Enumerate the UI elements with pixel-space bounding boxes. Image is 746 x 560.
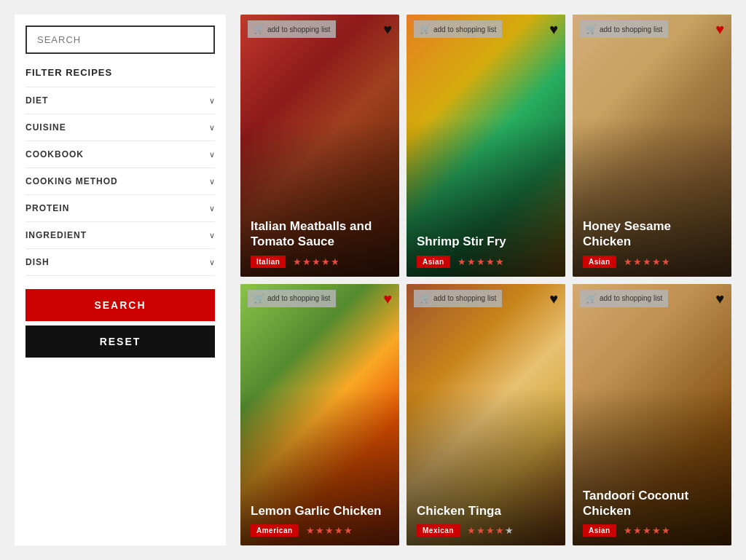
card-footer-1: Italian ★★★★★ [251, 256, 389, 268]
chevron-icon-dish: ∨ [209, 258, 215, 267]
cuisine-badge-5: Mexican [417, 524, 460, 537]
filter-item-cuisine[interactable]: CUISINE ∨ [25, 114, 215, 141]
filter-item-ingredient[interactable]: INGREDIENT ∨ [25, 221, 215, 248]
add-label-5: add to shopping list [433, 294, 496, 302]
cart-icon-3: 🛒 [586, 24, 597, 34]
chevron-icon-diet: ∨ [209, 96, 215, 106]
recipe-card-1[interactable]: 🛒 add to shopping list ♥ Italian Meatbal… [240, 15, 399, 277]
star-rating-1: ★★★★★ [293, 256, 340, 267]
cuisine-badge-1: Italian [251, 256, 286, 268]
filter-list: DIET ∨ CUISINE ∨ COOKBOOK ∨ COOKING METH… [25, 87, 215, 276]
filter-item-cooking_method[interactable]: COOKING METHOD ∨ [25, 167, 215, 194]
add-label-3: add to shopping list [600, 25, 662, 33]
filter-label-cookbook: COOKBOOK [25, 149, 84, 159]
filter-label-cuisine: CUISINE [25, 122, 66, 133]
add-to-list-button-6[interactable]: 🛒 add to shopping list [580, 290, 668, 307]
chevron-icon-protein: ∨ [209, 204, 215, 213]
add-to-list-button-4[interactable]: 🛒 add to shopping list [248, 290, 336, 307]
add-label-2: add to shopping list [433, 25, 496, 33]
add-to-list-button-3[interactable]: 🛒 add to shopping list [580, 20, 668, 38]
favorite-button-4[interactable]: ♥ [383, 291, 392, 306]
card-footer-3: Asian ★★★★★ [583, 256, 721, 268]
star-rating-6: ★★★★★ [624, 525, 671, 536]
filter-item-diet[interactable]: DIET ∨ [25, 87, 215, 114]
card-content-4: Lemon Garlic Chicken American ★★★★★ [240, 494, 399, 545]
card-content-6: Tandoori Coconut Chicken Asian ★★★★★ [573, 479, 731, 546]
recipe-title-5: Chicken Tinga [417, 503, 555, 518]
chevron-icon-ingredient: ∨ [209, 231, 215, 240]
filter-label-ingredient: INGREDIENT [25, 230, 87, 240]
recipe-card-4[interactable]: 🛒 add to shopping list ♥ Lemon Garlic Ch… [240, 284, 399, 546]
cuisine-badge-6: Asian [583, 524, 616, 537]
card-content-5: Chicken Tinga Mexican ★★★★★ [407, 494, 565, 545]
recipe-card-6[interactable]: 🛒 add to shopping list ♥ Tandoori Coconu… [573, 284, 731, 546]
star-rating-4: ★★★★★ [306, 525, 353, 536]
star-rating-2: ★★★★★ [458, 256, 505, 267]
recipe-title-1: Italian Meatballs and Tomato Sauce [251, 218, 389, 250]
recipe-title-3: Honey Sesame Chicken [583, 218, 721, 250]
filter-item-protein[interactable]: PROTEIN ∨ [25, 194, 215, 221]
sidebar: FILTER RECIPES DIET ∨ CUISINE ∨ COOKBOOK… [15, 15, 226, 545]
recipe-title-2: Shrimp Stir Fry [417, 234, 555, 249]
search-button[interactable]: SEARCH [25, 289, 215, 321]
cart-icon-4: 🛒 [254, 293, 264, 304]
card-content-3: Honey Sesame Chicken Asian ★★★★★ [573, 210, 731, 277]
card-footer-4: American ★★★★★ [251, 524, 389, 537]
card-top-bar-2: 🛒 add to shopping list ♥ [407, 15, 565, 44]
cuisine-badge-2: Asian [417, 256, 450, 268]
recipe-title-6: Tandoori Coconut Chicken [583, 488, 721, 519]
recipe-card-5[interactable]: 🛒 add to shopping list ♥ Chicken Tinga M… [407, 284, 565, 546]
cart-icon-2: 🛒 [420, 24, 431, 34]
favorite-button-3[interactable]: ♥ [715, 22, 724, 36]
star-rating-3: ★★★★★ [624, 256, 671, 267]
recipe-grid: 🛒 add to shopping list ♥ Italian Meatbal… [240, 15, 731, 545]
search-input[interactable] [25, 25, 215, 54]
filter-title: FILTER RECIPES [25, 67, 215, 78]
chevron-icon-cookbook: ∨ [209, 150, 215, 159]
favorite-button-5[interactable]: ♥ [549, 291, 558, 306]
recipe-card-3[interactable]: 🛒 add to shopping list ♥ Honey Sesame Ch… [573, 15, 731, 277]
favorite-button-6[interactable]: ♥ [715, 291, 724, 306]
add-to-list-button-1[interactable]: 🛒 add to shopping list [248, 20, 336, 38]
recipe-card-2[interactable]: 🛒 add to shopping list ♥ Shrimp Stir Fry… [407, 15, 565, 277]
filter-label-protein: PROTEIN [25, 203, 69, 213]
card-footer-5: Mexican ★★★★★ [417, 524, 555, 537]
filter-label-diet: DIET [25, 95, 48, 106]
cuisine-badge-3: Asian [583, 256, 616, 268]
chevron-icon-cooking_method: ∨ [209, 177, 215, 186]
card-top-bar-5: 🛒 add to shopping list ♥ [407, 284, 565, 313]
card-top-bar-4: 🛒 add to shopping list ♥ [240, 284, 399, 313]
cart-icon-5: 🛒 [420, 293, 431, 304]
cart-icon-1: 🛒 [254, 24, 264, 34]
favorite-button-2[interactable]: ♥ [549, 22, 558, 36]
favorite-button-1[interactable]: ♥ [383, 22, 392, 36]
recipe-title-4: Lemon Garlic Chicken [251, 503, 389, 518]
cart-icon-6: 🛒 [586, 293, 597, 304]
add-label-6: add to shopping list [600, 294, 662, 302]
add-to-list-button-2[interactable]: 🛒 add to shopping list [414, 20, 502, 38]
card-top-bar-6: 🛒 add to shopping list ♥ [573, 284, 731, 313]
cuisine-badge-4: American [251, 524, 299, 537]
add-label-1: add to shopping list [267, 25, 330, 33]
card-content-2: Shrimp Stir Fry Asian ★★★★★ [407, 225, 565, 276]
filter-item-cookbook[interactable]: COOKBOOK ∨ [25, 141, 215, 167]
filter-label-cooking_method: COOKING METHOD [25, 176, 118, 186]
filter-label-dish: DISH [25, 257, 50, 267]
filter-item-dish[interactable]: DISH ∨ [25, 248, 215, 276]
add-label-4: add to shopping list [267, 294, 330, 302]
card-top-bar-3: 🛒 add to shopping list ♥ [573, 15, 731, 44]
card-footer-2: Asian ★★★★★ [417, 256, 555, 268]
card-top-bar-1: 🛒 add to shopping list ♥ [240, 15, 399, 44]
card-content-1: Italian Meatballs and Tomato Sauce Itali… [240, 210, 399, 277]
star-rating-5: ★★★★★ [467, 525, 514, 536]
add-to-list-button-5[interactable]: 🛒 add to shopping list [414, 290, 502, 307]
card-footer-6: Asian ★★★★★ [583, 524, 721, 537]
reset-button[interactable]: RESET [25, 326, 215, 358]
chevron-icon-cuisine: ∨ [209, 123, 215, 133]
